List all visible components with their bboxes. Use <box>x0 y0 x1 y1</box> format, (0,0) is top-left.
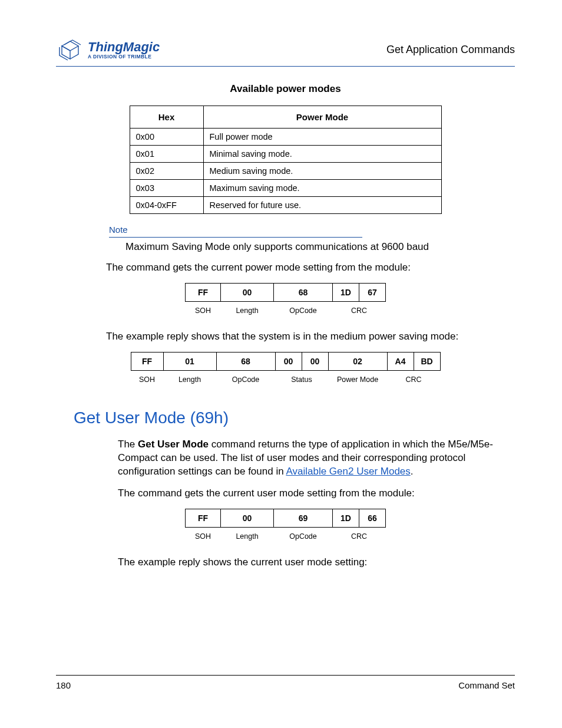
table-row: 0x02Medium saving mode. <box>130 163 441 180</box>
p-get-user: The command gets the current user mode s… <box>118 487 515 500</box>
byte-cell: FF <box>186 509 221 527</box>
frame3-labels: SOHLengthOpCodeCRC <box>186 531 386 542</box>
link-available-gen2-user-modes[interactable]: Available Gen2 User Modes <box>286 466 410 477</box>
p1d: . <box>411 466 414 477</box>
power-modes-title: Available power modes <box>56 83 515 95</box>
byte-label: OpCode <box>274 531 333 542</box>
note-text: Maximum Saving Mode only supports commun… <box>125 241 515 253</box>
byte-cell: FF <box>186 283 221 301</box>
p-get-power: The command gets the current power mode … <box>106 261 515 275</box>
page-header: ThingMagic A DIVISION OF TRIMBLE Get App… <box>56 35 515 64</box>
byte-cell: 68 <box>274 283 333 301</box>
byte-label: OpCode <box>216 374 275 385</box>
logo: ThingMagic A DIVISION OF TRIMBLE <box>56 35 160 64</box>
byte-cell: FF <box>131 352 163 370</box>
table-row: 0x03Maximum saving mode. <box>130 180 441 197</box>
byte-cell: 68 <box>216 352 275 370</box>
byte-cell: 69 <box>274 509 333 527</box>
byte-label: CRC <box>333 531 386 542</box>
cell-hex: 0x00 <box>130 129 203 146</box>
byte-cell: 1D <box>333 509 359 527</box>
byte-cell: 00 <box>221 509 274 527</box>
p1a: The <box>118 439 138 450</box>
byte-label: Length <box>221 305 274 316</box>
footer-section: Command Set <box>458 680 515 690</box>
logo-main-text: ThingMagic <box>88 39 160 54</box>
byte-cell: 66 <box>359 509 386 527</box>
table-row: 0x04-0xFFReserved for future use. <box>130 197 441 214</box>
byte-cell: 00 <box>275 352 302 370</box>
byte-label: SOH <box>186 531 221 542</box>
byte-label: SOH <box>131 374 163 385</box>
byte-cell: 1D <box>333 283 359 301</box>
byte-label: Status <box>275 374 328 385</box>
note-label: Note <box>109 225 128 236</box>
frame1: FF00681D67 <box>185 283 386 302</box>
cell-mode: Minimal saving mode. <box>203 146 441 163</box>
page-footer: 180 Command Set <box>56 675 515 690</box>
header-section-name: Get Application Commands <box>386 44 515 56</box>
byte-label: CRC <box>387 374 440 385</box>
byte-label: OpCode <box>274 305 333 316</box>
frame2-labels: SOHLengthOpCodeStatusPower ModeCRC <box>131 374 440 385</box>
byte-cell: 00 <box>221 283 274 301</box>
col-hex: Hex <box>130 106 203 129</box>
page-number: 180 <box>56 680 71 690</box>
byte-cell: 02 <box>328 352 387 370</box>
byte-label: Power Mode <box>328 374 387 385</box>
table-row: 0x00Full power mode <box>130 129 441 146</box>
cell-hex: 0x01 <box>130 146 203 163</box>
footer-rule <box>56 675 515 676</box>
cell-hex: 0x03 <box>130 180 203 197</box>
cell-mode: Reserved for future use. <box>203 197 441 214</box>
logo-cube-icon <box>56 35 84 64</box>
p-body-1: The Get User Mode command returns the ty… <box>118 438 515 479</box>
note-block: Note Maximum Saving Mode only supports c… <box>109 225 515 253</box>
logo-sub-text: A DIVISION OF TRIMBLE <box>88 54 160 60</box>
cell-mode: Medium saving mode. <box>203 163 441 180</box>
p-reply-user: The example reply shows the current user… <box>118 556 515 569</box>
byte-label: SOH <box>186 305 221 316</box>
p1b: Get User Mode <box>138 439 209 450</box>
table-row: 0x01Minimal saving mode. <box>130 146 441 163</box>
note-rule <box>109 237 362 238</box>
section-get-user-mode: Get User Mode (69h) <box>74 409 515 427</box>
byte-label: Length <box>163 374 216 385</box>
header-rule <box>56 66 515 67</box>
cell-mode: Full power mode <box>203 129 441 146</box>
cell-hex: 0x04-0xFF <box>130 197 203 214</box>
byte-cell: 00 <box>302 352 328 370</box>
frame3: FF00691D66 <box>185 509 386 528</box>
frame1-labels: SOHLengthOpCodeCRC <box>186 305 386 316</box>
cell-mode: Maximum saving mode. <box>203 180 441 197</box>
byte-cell: BD <box>414 352 440 370</box>
power-modes-table: Hex Power Mode 0x00Full power mode0x01Mi… <box>130 106 442 214</box>
frame2: FF0168000002A4BD <box>131 352 441 371</box>
byte-label: Length <box>221 531 274 542</box>
byte-label: CRC <box>333 305 386 316</box>
cell-hex: 0x02 <box>130 163 203 180</box>
byte-cell: A4 <box>387 352 414 370</box>
p-reply-power: The example reply shows that the system … <box>106 330 515 344</box>
col-mode: Power Mode <box>203 106 441 129</box>
byte-cell: 67 <box>359 283 386 301</box>
byte-cell: 01 <box>163 352 216 370</box>
